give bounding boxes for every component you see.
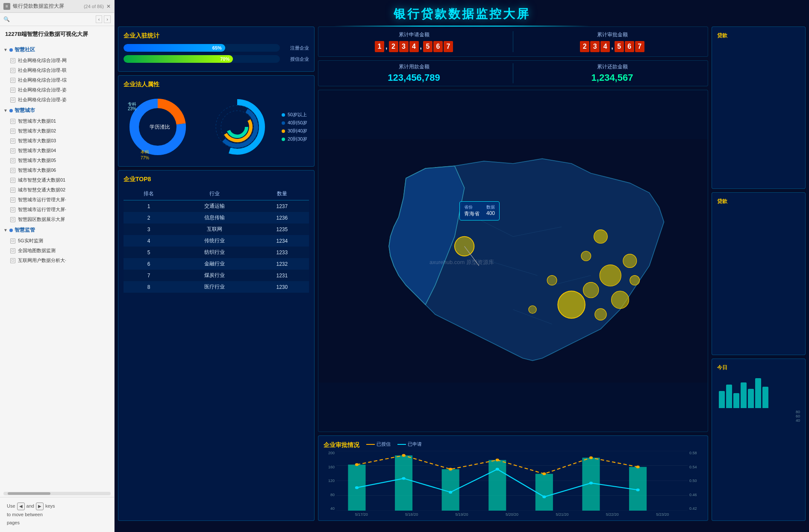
right-bar-chart — [717, 376, 800, 410]
table-cell-rank: 1 — [124, 200, 174, 212]
legend-dot-50plus — [282, 113, 285, 117]
digit-display-approval: 2 3 4 , 5 6 7 — [524, 41, 701, 52]
tree-section-header-smart-city[interactable]: ▼ 智慧城市 — [0, 105, 114, 116]
svg-point-22 — [612, 291, 629, 309]
stat-application-label: 累计申请金额 — [325, 31, 503, 38]
list-item[interactable]: □社会网格化综合治理-姿 — [0, 95, 114, 105]
item-icon: □ — [10, 168, 15, 173]
right-panel-top: 贷款 — [712, 26, 806, 189]
dashboard-title: 银行贷款数据监控大屏 — [115, 6, 809, 22]
tooltip-data-value: 400 — [486, 210, 495, 216]
progress-bar-registered: 65% — [124, 44, 280, 52]
stat-repaid-value: 1,234,567 — [524, 72, 701, 83]
svg-point-45 — [542, 473, 546, 475]
svg-point-42 — [402, 454, 405, 457]
legend-dot-30-40 — [282, 129, 285, 133]
education-donut-container: 学历渣比 专科 23% 本科 77% — [124, 93, 196, 161]
x-label-6: 5/22/20 — [587, 512, 637, 517]
list-item[interactable]: □智慧城市大数据03 — [0, 136, 114, 146]
list-item[interactable]: □智慧城市大数据06 — [0, 165, 114, 175]
enterprise-stats-title: 企业入驻统计 — [124, 32, 309, 40]
list-item[interactable]: □社会网格化综合治理-姿 — [0, 85, 114, 95]
list-item[interactable]: □城市智慧交通大数据02 — [0, 185, 114, 195]
right-top-title: 贷款 — [717, 32, 800, 39]
footer-pages-text: pages — [7, 519, 20, 527]
edu-value-benke: 77% — [141, 156, 149, 160]
list-item[interactable]: □城市智慧交通大数据01 — [0, 175, 114, 185]
stat-repaid: 累计还款金额 1,234,567 — [524, 63, 701, 83]
right-mid-title: 贷款 — [717, 198, 800, 205]
item-icon: □ — [10, 188, 15, 193]
stats-row: 累计申请金额 1 , 2 3 4 , 5 6 7 — [318, 26, 708, 57]
right-panel-mid: 贷款 — [712, 192, 806, 355]
edu-label-benke: 本科 — [141, 149, 149, 155]
scrollbar-thumb[interactable] — [8, 492, 50, 495]
list-item[interactable]: □互联网用户数据分析大· — [0, 256, 114, 265]
project-title: 1227B端智慧行业数据可视化大屏 — [0, 26, 114, 42]
legal-attributes-panel: 企业法人属性 学历渣比 — [118, 75, 315, 167]
item-icon: □ — [10, 158, 15, 163]
prev-key-badge: ◀ — [17, 503, 25, 510]
legend-item-40-50: 40到50岁 — [282, 120, 307, 126]
svg-point-23 — [630, 276, 640, 285]
digit-a7: 7 — [635, 41, 644, 52]
list-item[interactable]: □5G实时监测 — [0, 236, 114, 246]
list-item[interactable]: □智慧城市大数据01 — [0, 116, 114, 126]
expand-arrow: ▼ — [3, 228, 8, 232]
list-item[interactable]: □智慧城市运行管理大屏· — [0, 205, 114, 215]
list-item[interactable]: □社会网格化综合治理-综 — [0, 75, 114, 85]
nav-next-button[interactable]: › — [104, 15, 111, 23]
svg-point-54 — [636, 488, 639, 491]
section-dot — [9, 48, 13, 52]
svg-rect-37 — [488, 460, 506, 511]
section-label: 智慧城市 — [15, 107, 35, 114]
table-cell-count: 1230 — [255, 281, 309, 293]
item-icon: □ — [10, 138, 15, 144]
tooltip-province-value: 青海省 — [464, 210, 480, 218]
list-item[interactable]: □全国地图数据监测 — [0, 246, 114, 256]
search-input[interactable] — [12, 16, 94, 22]
table-cell-rank: 5 — [124, 247, 174, 258]
sidebar-tree[interactable]: ▼ 智慧社区 □社会网格化综合治理-网 □社会网格化综合治理-联 □社会网格化综… — [0, 42, 114, 490]
china-map-svg — [318, 90, 708, 432]
stat-divider — [513, 31, 513, 52]
digit-a6: 6 — [625, 41, 634, 52]
bar — [741, 382, 747, 408]
table-cell-industry: 金融行业 — [174, 258, 255, 270]
enterprise-table: 排名 行业 数量 1交通运输12372信息传输12363互联网12354传统行业… — [124, 188, 309, 293]
enterprise-stats-panel: 企业入驻统计 65% 注册企业 70% — [118, 26, 315, 72]
list-item[interactable]: □社会网格化综合治理-联 — [0, 65, 114, 75]
col-count: 数量 — [255, 188, 309, 200]
legend-dot-40-50 — [282, 121, 285, 125]
chart-area: 200 160 120 80 40 — [324, 451, 703, 511]
list-item[interactable]: □智慧园区数据展示大屏 — [0, 215, 114, 224]
horizontal-scrollbar[interactable] — [3, 492, 111, 495]
nav-prev-button[interactable]: ‹ — [96, 15, 103, 23]
legend-applied-line — [397, 444, 406, 445]
close-button[interactable]: ✕ — [106, 3, 111, 9]
svg-point-6 — [228, 118, 247, 136]
section-dot — [9, 109, 13, 112]
stat-used: 累计用款金额 123,456,789 — [325, 63, 503, 83]
item-icon: □ — [10, 248, 15, 253]
tree-section-header-smart-community[interactable]: ▼ 智慧社区 — [0, 44, 114, 56]
svg-point-47 — [636, 465, 639, 468]
expand-arrow: ▼ — [3, 108, 8, 113]
x-label-5: 5/21/20 — [537, 512, 587, 517]
list-item[interactable]: □智慧城市运行管理大屏· — [0, 195, 114, 205]
svg-point-25 — [547, 276, 557, 285]
list-item[interactable]: □社会网格化综合治理-网 — [0, 56, 114, 65]
legend-item-30-40: 30到40岁 — [282, 128, 307, 134]
table-cell-count: 1233 — [255, 247, 309, 258]
app-icon: ≡ — [3, 3, 10, 10]
tree-section-header-smart-monitor[interactable]: ▼ 智慧监管 — [0, 224, 114, 236]
approval-header: 企业审批情况 已授信 已申请 — [324, 441, 703, 449]
svg-point-20 — [558, 291, 585, 318]
list-item[interactable]: □智慧城市大数据04 — [0, 146, 114, 156]
list-item[interactable]: □智慧城市大数据05 — [0, 156, 114, 165]
progress-value-registered: 65% — [212, 45, 222, 50]
table-cell-rank: 7 — [124, 270, 174, 281]
list-item[interactable]: □智慧城市大数据02 — [0, 126, 114, 136]
table-cell-industry: 信息传输 — [174, 212, 255, 223]
item-icon: □ — [10, 78, 15, 83]
